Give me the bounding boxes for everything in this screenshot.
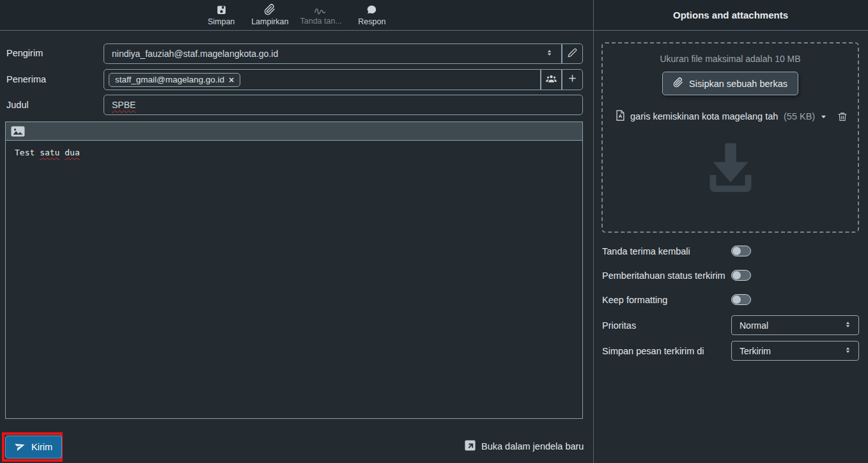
- open-new-window-link[interactable]: Buka dalam jendela baru: [465, 440, 584, 453]
- toggle-label: Keep formatting: [602, 295, 667, 305]
- attach-button-toolbar[interactable]: Lampirkan: [251, 0, 288, 31]
- dsn-toggle[interactable]: [731, 270, 751, 281]
- insert-image-icon[interactable]: [11, 126, 25, 137]
- open-new-window-label: Buka dalam jendela baru: [481, 441, 584, 451]
- subject-value: SPBE: [112, 100, 136, 110]
- option-row: Pemberitahuan status terkirim: [602, 269, 860, 283]
- subject-input[interactable]: SPBE: [104, 95, 583, 115]
- priority-label: Prioritas: [602, 320, 636, 331]
- attachment-menu-caret-icon[interactable]: [820, 113, 827, 120]
- paperclip-icon: [264, 4, 275, 15]
- insert-file-button[interactable]: Sisipkan sebuah berkas: [662, 72, 798, 95]
- body-word-misspelled: satu: [40, 148, 59, 157]
- body-word-misspelled: dua: [65, 148, 79, 157]
- recipient-address: staff_gmail@magelang.go.id: [115, 75, 224, 84]
- from-label: Pengirim: [6, 48, 43, 58]
- toggle-knob: [732, 295, 741, 304]
- attach-label: Lampirkan: [251, 17, 288, 26]
- select-arrows-icon: [545, 48, 554, 59]
- to-field[interactable]: staff_gmail@magelang.go.id ×: [104, 69, 541, 90]
- insert-file-label: Sisipkan sebuah berkas: [689, 79, 787, 89]
- save-label: Simpan: [208, 17, 235, 26]
- keep-formatting-toggle[interactable]: [731, 294, 751, 305]
- edit-identity-button[interactable]: [562, 43, 583, 64]
- compose-toolbar: Simpan Lampirkan Tanda tan... Respon: [0, 0, 593, 30]
- delete-attachment-icon[interactable]: [837, 111, 848, 122]
- contacts-group-icon: [545, 74, 557, 86]
- subject-label: Judul: [6, 100, 29, 110]
- attachment-item[interactable]: garis kemiskinan kota magelang tahu... (…: [616, 110, 848, 123]
- recipient-pill: staff_gmail@magelang.go.id ×: [109, 73, 240, 87]
- external-link-icon: [465, 440, 476, 453]
- pane-divider: [593, 0, 594, 463]
- send-button[interactable]: Kirim: [5, 436, 62, 459]
- select-arrows-icon: [844, 320, 852, 331]
- plus-icon: [568, 74, 577, 86]
- max-size-hint: Ukuran file maksimal adalah 10 MB: [603, 54, 858, 64]
- from-select[interactable]: nindiya_fauziah@staf.magelangkota.go.id: [104, 43, 562, 64]
- address-book-button[interactable]: [541, 69, 562, 90]
- options-panel-title: Options and attachments: [593, 0, 868, 30]
- attachment-size: (55 KB): [784, 111, 815, 122]
- save-button[interactable]: Simpan: [203, 0, 240, 31]
- to-label: Penerima: [6, 74, 46, 84]
- save-sent-value: Terkirim: [732, 346, 844, 356]
- toggle-knob: [732, 247, 741, 255]
- editor-toolbar: [6, 122, 582, 141]
- message-body[interactable]: Test satu dua: [6, 141, 582, 164]
- top-toolbar: Simpan Lampirkan Tanda tan... Respon Opt…: [0, 0, 868, 31]
- select-arrows-icon: [844, 345, 852, 357]
- priority-value: Normal: [732, 320, 844, 331]
- send-label: Kirim: [31, 442, 52, 452]
- attachment-dropzone[interactable]: Ukuran file maksimal adalah 10 MB Sisipk…: [601, 42, 859, 233]
- signature-icon: [314, 4, 328, 15]
- paperclip-icon: [673, 77, 683, 90]
- priority-select[interactable]: Normal: [731, 315, 859, 335]
- option-row: Tanda terima kembali: [602, 245, 860, 259]
- signature-button: Tanda tan...: [300, 0, 342, 31]
- body-word: Test: [15, 148, 35, 157]
- signature-label: Tanda tan...: [300, 17, 342, 26]
- toggle-knob: [732, 271, 741, 279]
- drop-files-icon: [603, 139, 858, 196]
- remove-recipient-icon[interactable]: ×: [229, 75, 234, 85]
- pencil-icon: [568, 48, 577, 60]
- receipt-toggle[interactable]: [731, 246, 751, 256]
- respond-label: Respon: [358, 17, 385, 26]
- toggle-label: Pemberitahuan status terkirim: [602, 271, 725, 281]
- paper-plane-icon: [15, 441, 26, 453]
- pdf-file-icon: [616, 110, 625, 123]
- toggle-label: Tanda terima kembali: [602, 246, 690, 256]
- add-recipient-field-button[interactable]: [562, 69, 583, 90]
- save-icon: [216, 4, 227, 15]
- save-sent-select[interactable]: Terkirim: [731, 341, 859, 361]
- message-editor: Test satu dua: [5, 122, 583, 419]
- save-sent-label: Simpan pesan terkirim di: [602, 346, 704, 356]
- option-row: Keep formatting: [602, 294, 860, 308]
- attachment-name[interactable]: garis kemiskinan kota magelang tahu...: [630, 111, 779, 122]
- respond-button[interactable]: Respon: [353, 0, 391, 31]
- speech-bubble-icon: [366, 4, 377, 15]
- from-value: nindiya_fauziah@staf.magelangkota.go.id: [104, 49, 545, 59]
